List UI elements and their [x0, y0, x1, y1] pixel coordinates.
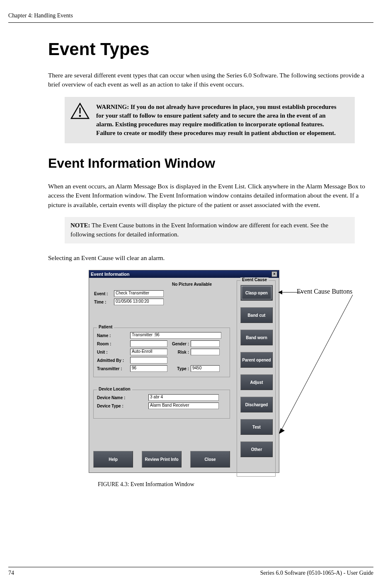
device-group-title: Device Location	[97, 387, 132, 391]
transmitter-label: Transmitter :	[97, 366, 128, 371]
unit-label: Unit :	[97, 350, 128, 354]
event-cause-title: Event Cause	[240, 277, 269, 282]
note-box: NOTE: The Event Cause buttons in the Eve…	[65, 217, 355, 243]
band-cut-button[interactable]: Band cut	[240, 307, 273, 323]
header-rule	[8, 22, 373, 23]
warning-box: WARNING: If you do not already have proc…	[65, 97, 355, 143]
patient-group: Patient Name : Transmitter :96 Room : Ge…	[93, 328, 230, 377]
device-type-field[interactable]: Alarm Band Receiver	[148, 402, 219, 409]
section-paragraph: When an event occurs, an Alarm Message B…	[48, 182, 371, 210]
doc-title: Series 6.0 Software (0510-1065-A) - User…	[260, 570, 373, 576]
device-name-field[interactable]: 3 abr 4	[148, 394, 219, 401]
other-button[interactable]: Other	[240, 441, 273, 457]
no-picture-label: No Picture Available	[172, 282, 212, 287]
parent-opened-button[interactable]: Parent opened	[240, 352, 273, 368]
gender-field[interactable]	[191, 340, 220, 347]
risk-field[interactable]	[191, 349, 220, 355]
figure-caption: FIGURE 4.3: Event Information Window	[98, 481, 371, 488]
room-field[interactable]	[130, 340, 167, 347]
device-type-label: Device Type :	[97, 404, 147, 408]
page-number: 74	[8, 570, 14, 576]
adjust-button[interactable]: Adjust	[240, 374, 273, 390]
device-name-label: Device Name :	[97, 395, 147, 400]
risk-label: Risk :	[169, 350, 189, 354]
event-label: Event :	[94, 292, 112, 296]
admitted-label: Admitted By :	[97, 358, 128, 363]
svg-line-5	[281, 295, 353, 430]
event-field[interactable]: Check Transmitter	[114, 290, 164, 297]
clear-alarm-text: Selecting an Event Cause will clear an a…	[48, 253, 371, 263]
admitted-field[interactable]	[130, 357, 167, 364]
clasp-open-button[interactable]: Clasp open	[240, 285, 273, 301]
figure-area: Event Information × No Picture Available…	[48, 270, 371, 477]
gender-label: Gender :	[169, 342, 189, 346]
room-label: Room :	[97, 342, 128, 346]
patient-group-title: Patient	[97, 325, 114, 329]
callout-label: Event Cause Buttons	[297, 287, 352, 296]
review-print-info-button[interactable]: Review Print Info	[142, 451, 182, 468]
device-location-group: Device Location Device Name : 3 abr 4 De…	[93, 390, 230, 419]
warning-text: WARNING: If you do not already have proc…	[96, 103, 338, 137]
transmitter-field[interactable]: 96	[130, 365, 167, 372]
svg-marker-6	[279, 428, 285, 434]
test-button[interactable]: Test	[240, 419, 273, 435]
type-label: Type :	[169, 366, 189, 371]
help-button[interactable]: Help	[93, 451, 133, 468]
note-label: NOTE:	[70, 222, 90, 229]
type-field[interactable]: 9450	[191, 365, 220, 372]
event-cause-group: Event Cause Clasp open Band cut Band wor…	[237, 280, 276, 477]
close-icon[interactable]: ×	[271, 271, 277, 277]
callout-arrow-down-icon	[278, 295, 357, 436]
event-information-dialog: Event Information × No Picture Available…	[89, 270, 279, 473]
chapter-header: Chapter 4: Handling Events	[8, 12, 373, 19]
dialog-title: Event Information	[91, 272, 130, 277]
note-text: The Event Cause buttons in the Event Inf…	[70, 222, 328, 238]
page-footer: 74 Series 6.0 Software (0510-1065-A) - U…	[8, 567, 373, 576]
time-field[interactable]: 01/05/06 13:00:20	[114, 299, 164, 305]
discharged-button[interactable]: Discharged	[240, 397, 273, 412]
band-worn-button[interactable]: Band worn	[240, 330, 273, 345]
section-title: Event Information Window	[48, 156, 371, 171]
close-button[interactable]: Close	[190, 451, 230, 468]
page-title: Event Types	[48, 39, 371, 59]
name-label: Name :	[97, 333, 128, 338]
name-field[interactable]: Transmitter :96	[130, 332, 221, 339]
intro-paragraph: There are several different event types …	[48, 71, 371, 89]
unit-field[interactable]: Auto-Enroll	[130, 349, 167, 355]
warning-triangle-icon	[70, 103, 90, 119]
svg-point-2	[79, 115, 81, 117]
dialog-titlebar[interactable]: Event Information ×	[89, 270, 279, 278]
footer-rule	[8, 567, 373, 567]
time-label: Time :	[94, 300, 112, 304]
